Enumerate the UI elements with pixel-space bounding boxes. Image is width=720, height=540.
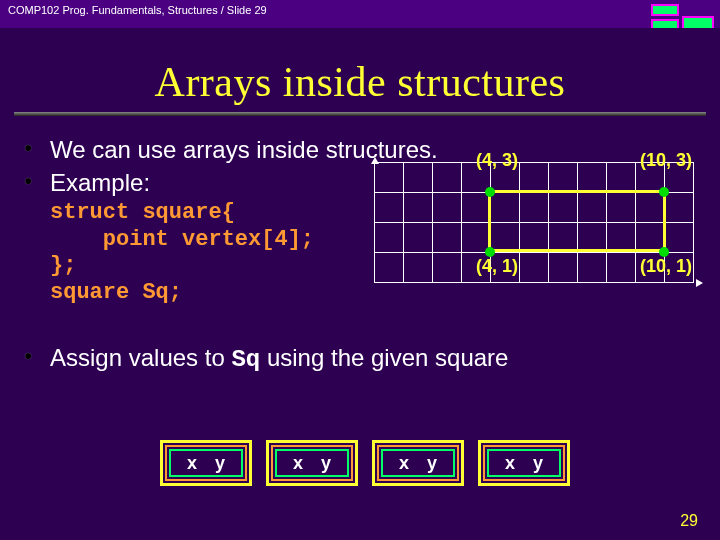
vertex-dot-icon [485,187,495,197]
array-visualization: xy xy xy xy [160,440,570,486]
course-label: COMP102 Prog. Fundamentals, Structures /… [8,4,267,16]
array-cell: xy [372,440,464,486]
cell-y: y [321,453,331,474]
cell-x: x [293,453,303,474]
cell-y: y [215,453,225,474]
slide-body: Arrays inside structures We can use arra… [0,28,720,540]
page-number: 29 [680,512,698,530]
array-cell: xy [160,440,252,486]
slide-title: Arrays inside structures [0,28,720,106]
coord-label: (10, 3) [640,150,692,171]
cell-y: y [533,453,543,474]
content-area: We can use arrays inside structures. Exa… [0,116,720,375]
cell-x: x [505,453,515,474]
square-rect-icon [488,190,666,252]
bullet-text: using the given square [260,344,508,371]
cell-y: y [427,453,437,474]
bullet-text: Example: [50,169,150,196]
bullet-text: Assign values to [50,344,231,371]
coord-label: (4, 1) [476,256,518,277]
coord-label: (10, 1) [640,256,692,277]
coord-label: (4, 3) [476,150,518,171]
vertex-dot-icon [659,187,669,197]
bullet-item: Assign values to Sq using the given squa… [50,342,710,375]
cell-x: x [399,453,409,474]
slide-header: COMP102 Prog. Fundamentals, Structures /… [0,0,720,28]
inline-code: Sq [231,346,260,373]
cell-x: x [187,453,197,474]
array-cell: xy [266,440,358,486]
logo-box-icon [651,4,679,16]
coordinate-diagram: (4, 3) (10, 3) (4, 1) (10, 1) [374,152,694,292]
array-cell: xy [478,440,570,486]
